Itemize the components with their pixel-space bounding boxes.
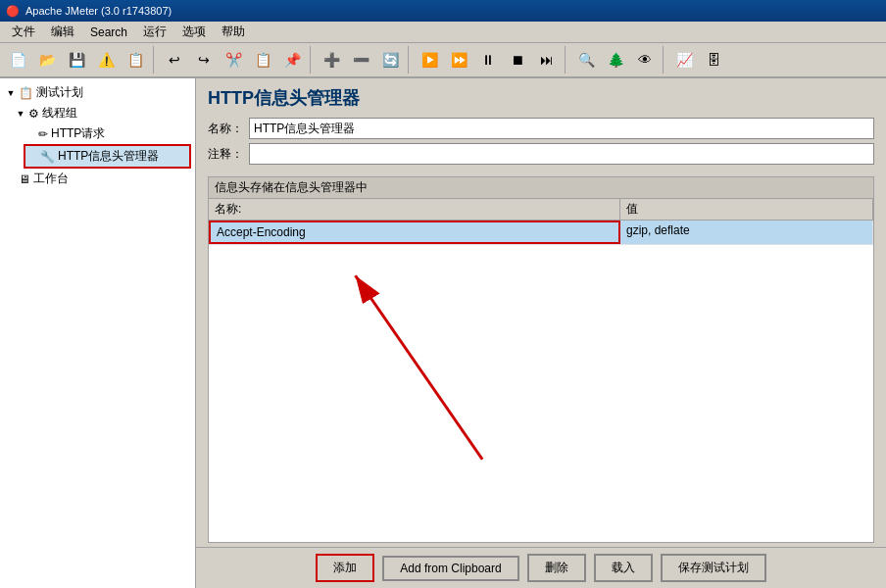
sep2 (310, 46, 314, 74)
menu-run[interactable]: 运行 (135, 22, 174, 42)
sep1 (153, 46, 157, 74)
tb-new[interactable]: 📄 (4, 46, 31, 74)
app-title: Apache JMeter (3.0 r1743807) (25, 5, 172, 17)
http-header-icon: 🔧 (40, 150, 55, 164)
tb-start[interactable]: ▶️ (416, 46, 443, 74)
tb-graph[interactable]: 📈 (670, 46, 698, 74)
th-name: 名称: (209, 199, 620, 220)
expand-icon: ▼ (6, 88, 16, 98)
tb-undo[interactable]: ↩ (161, 46, 188, 74)
panel-title: HTTP信息头管理器 (196, 78, 886, 114)
workbench-icon: 🖥 (19, 172, 30, 186)
menu-options[interactable]: 选项 (174, 22, 214, 42)
thread-group-label: 线程组 (42, 105, 77, 122)
name-row: 名称： (208, 118, 874, 139)
tb-cut[interactable]: ✂️ (220, 46, 247, 74)
content-wrapper: 信息头存储在信息头管理器中 名称: 值 Accept-Encoding gzip… (196, 172, 886, 588)
tb-pause[interactable]: ⏸ (474, 46, 502, 74)
tb-template[interactable]: 📋 (122, 46, 149, 74)
table-row[interactable]: Accept-Encoding gzip, deflate (209, 220, 873, 245)
table-body: Accept-Encoding gzip, deflate (209, 220, 873, 542)
http-request-label: HTTP请求 (51, 125, 105, 142)
main-container: ▼ 📋 测试计划 ▼ ⚙ 线程组 ✏ HTTP请求 🔧 HTTP信息头管理器 🖥… (0, 78, 886, 588)
arrow-annotation (209, 220, 873, 542)
app-icon: 🔴 (6, 5, 20, 18)
comment-row: 注释： (208, 143, 874, 165)
tb-clear[interactable]: 🔄 (376, 46, 404, 74)
sidebar-item-thread-group[interactable]: ▼ ⚙ 线程组 (14, 103, 191, 123)
delete-button[interactable]: 删除 (527, 554, 586, 582)
button-bar: 添加 Add from Clipboard 删除 载入 保存测试计划 (196, 547, 886, 588)
tb-redo[interactable]: ↪ (190, 46, 218, 74)
name-input[interactable] (249, 118, 874, 139)
test-plan-label: 测试计划 (36, 84, 83, 101)
tb-copy[interactable]: 📋 (249, 46, 276, 74)
sidebar-item-workbench[interactable]: 🖥 工作台 (4, 169, 191, 189)
expand-icon-hr (25, 129, 35, 139)
tb-search[interactable]: 🔍 (572, 46, 600, 74)
expand-icon-hh (27, 152, 37, 162)
table-section-label: 信息头存储在信息头管理器中 (209, 177, 873, 199)
tb-shutdown[interactable]: ⏭ (533, 46, 561, 74)
sep4 (565, 46, 568, 74)
toolbar: 📄 📂 💾 ⚠️ 📋 ↩ ↪ ✂️ 📋 📌 ➕ ➖ 🔄 ▶️ ⏩ ⏸ ⏹ ⏭ 🔍… (0, 43, 886, 78)
comment-input[interactable] (249, 143, 874, 165)
load-button[interactable]: 载入 (594, 554, 653, 582)
sep5 (663, 46, 666, 74)
svg-line-1 (356, 275, 483, 459)
menu-bar: 文件 编辑 Search 运行 选项 帮助 (0, 22, 886, 43)
http-header-label: HTTP信息头管理器 (58, 148, 159, 165)
tb-remove[interactable]: ➖ (347, 46, 374, 74)
menu-file[interactable]: 文件 (4, 22, 43, 42)
sep3 (408, 46, 412, 74)
expand-icon-tg: ▼ (16, 109, 25, 119)
menu-edit[interactable]: 编辑 (43, 22, 82, 42)
menu-search[interactable]: Search (82, 24, 135, 41)
sidebar: ▼ 📋 测试计划 ▼ ⚙ 线程组 ✏ HTTP请求 🔧 HTTP信息头管理器 🖥… (0, 78, 196, 588)
sidebar-item-http-header[interactable]: 🔧 HTTP信息头管理器 (24, 144, 191, 169)
add-from-clipboard-button[interactable]: Add from Clipboard (382, 556, 518, 581)
tb-open[interactable]: 📂 (33, 46, 61, 74)
tb-db[interactable]: 🗄 (700, 46, 727, 74)
content-area: HTTP信息头管理器 名称： 注释： 信息头存储在信息头管理器中 名称: 值 (196, 78, 886, 588)
tb-save[interactable]: 💾 (63, 46, 90, 74)
thread-group-icon: ⚙ (28, 107, 39, 121)
table-header-row: 名称: 值 (209, 199, 873, 220)
test-plan-icon: 📋 (19, 86, 33, 100)
th-value: 值 (620, 199, 873, 220)
add-button[interactable]: 添加 (316, 554, 374, 582)
name-label: 名称： (208, 121, 243, 137)
workbench-label: 工作台 (33, 171, 69, 187)
http-request-icon: ✏ (38, 127, 48, 141)
tb-paste[interactable]: 📌 (278, 46, 306, 74)
tb-warn[interactable]: ⚠️ (92, 46, 120, 74)
comment-label: 注释： (208, 146, 243, 163)
sidebar-item-test-plan[interactable]: ▼ 📋 测试计划 (4, 82, 191, 103)
expand-icon-wb (6, 174, 16, 184)
menu-help[interactable]: 帮助 (214, 22, 253, 42)
tb-stop[interactable]: ⏹ (504, 46, 531, 74)
tb-start-no-pause[interactable]: ⏩ (445, 46, 472, 74)
title-bar: 🔴 Apache JMeter (3.0 r1743807) (0, 0, 886, 22)
tb-tree[interactable]: 🌲 (602, 46, 629, 74)
tb-add[interactable]: ➕ (318, 46, 345, 74)
tb-view[interactable]: 👁 (631, 46, 659, 74)
sidebar-item-http-request[interactable]: ✏ HTTP请求 (24, 123, 191, 144)
form-area: 名称： 注释： (196, 114, 886, 172)
table-section: 信息头存储在信息头管理器中 名称: 值 Accept-Encoding gzip… (208, 176, 874, 543)
td-value: gzip, deflate (620, 220, 873, 244)
save-test-plan-button[interactable]: 保存测试计划 (661, 554, 766, 582)
td-name: Accept-Encoding (209, 220, 620, 244)
